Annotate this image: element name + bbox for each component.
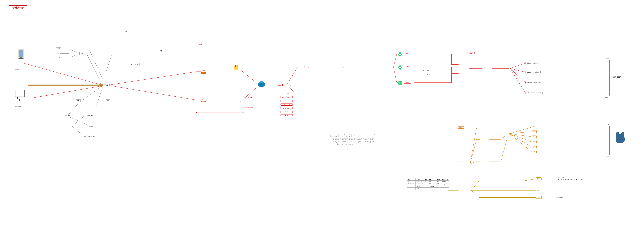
views-models: views/models [422,70,431,71]
widget: Widget组件 [63,114,71,117]
grid-header-row: 通用数据库模型 安全服务器wsgi服务器 [407,178,449,181]
http-sub: (调用类) [201,72,206,74]
mvc-1: 视角 [532,130,536,133]
orm-4: create() [280,111,293,113]
menu: 菜单 [80,52,84,55]
brace-db [605,124,610,157]
rpc-sub: (调用类) [201,101,206,102]
router-icon [258,81,265,85]
orm-5: unlink() [280,114,293,116]
werkzeug: Werkzeug [303,66,310,68]
cog-2 [398,66,402,69]
expr: 表达式 [536,177,542,180]
actions: actions [482,67,488,69]
mvc-2: 收入 [532,136,536,138]
arrow-shaft [28,84,101,86]
action-2: 服务器动作（发邮件/写日志...） [526,81,544,84]
mvc-4: 收纳 [532,146,536,148]
view-search: SEARCH 视图 [86,135,96,138]
biz-3: 业务模块 [404,81,411,83]
code-snippet: @http.route(['/example/detail'], type='h… [330,134,409,145]
cog-1 [398,53,402,56]
net-port: net-rpc :8070 [244,107,253,108]
objsvc-title: 对象服务 [199,44,204,46]
expr-note1: 正则表达式相关 [556,177,564,178]
orm: ORM [536,189,541,191]
user-interface: 用户界面 [103,84,110,86]
catalog: 目录 [56,57,61,59]
orm-1: read() [280,100,293,102]
content: 内容 [106,99,110,102]
action-0: 计算视图（窗口动作） [526,62,540,64]
view-form: FORM 视图 [86,114,95,117]
catalog2: 目录 [124,31,128,33]
python-icon [234,66,238,70]
wizard: Wizard 模态 [154,50,163,52]
platform: 平台 [287,84,292,86]
orm-2: search_read() [280,103,293,105]
orm-3: fields_get() [280,107,293,109]
action-3: 报表（ir.actions.report.xml） [526,92,542,94]
irhttp: ir.http [340,66,345,68]
config-grid: 通用数据库模型 安全服务器wsgi服务器 协议数据库名称模型 名称协议http … [407,178,449,190]
http-chip: HTTP [201,70,206,72]
list: 表单 [56,48,61,50]
module: module [458,127,464,129]
orm-stack: search_count() read() search_read() fiel… [280,96,293,116]
auth-label: 认证服务 [276,84,282,86]
browser-icon [19,94,29,101]
render-label: 渲染视图 [613,76,621,79]
action-1: 链接URL（打开新窗口） [526,71,540,73]
basic: 基础 [76,99,81,102]
cog-3 [398,81,402,85]
mobile-label: 移动端访问 [15,68,21,70]
brace-render [605,58,610,97]
mobile-icon [18,49,24,59]
tree: 树 [57,52,60,55]
expr2: 表达式 [536,196,542,199]
xmlrpc-label: xml-rpc [287,92,292,94]
service: service [458,160,464,162]
controllers: controllers [422,74,430,76]
mvc-3: 注册 [532,141,536,143]
biz-1: 业务模块 [404,53,411,55]
web-label: 网页端访问 [15,106,21,107]
expr-note2: ('%s','%s',('form0','[]',','form2',','fo… [556,179,584,180]
rpc-chip: RPC [201,98,206,100]
title: 网络协议相关 [9,5,27,10]
view-tree: TREE 视图 [86,125,94,127]
wires [0,0,644,238]
report-engine: 报告引擎 [468,52,474,54]
action: Action 动作集 [130,63,140,66]
xml-port: xml-rpc :8069 [244,96,253,98]
biz-2: 业务模块 [404,66,411,68]
orm-note: ORM 对象相关 [556,197,563,198]
objsvc-frame [196,43,244,113]
mvc-0: DB [532,126,536,128]
var: var [458,138,462,140]
mvc-5: 注册 [532,151,536,153]
orm-0: search_count() [280,96,293,98]
postgres-icon [616,134,625,143]
